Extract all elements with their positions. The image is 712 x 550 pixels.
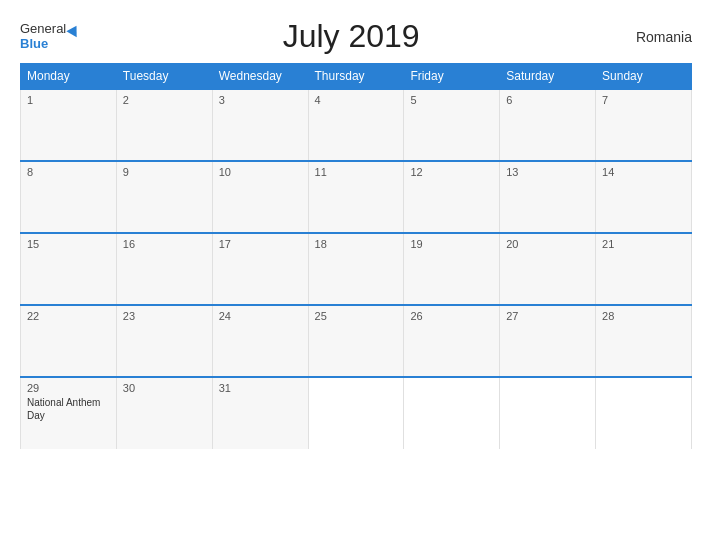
calendar-cell: 12 [404, 161, 500, 233]
calendar-cell: 10 [212, 161, 308, 233]
calendar-cell: 6 [500, 89, 596, 161]
calendar-cell: 7 [596, 89, 692, 161]
day-number: 27 [506, 310, 589, 322]
calendar-week-row: 15161718192021 [21, 233, 692, 305]
logo-triangle-icon [67, 22, 82, 37]
calendar-page: General Blue July 2019 Romania Monday Tu… [0, 0, 712, 550]
calendar-cell: 26 [404, 305, 500, 377]
day-number: 17 [219, 238, 302, 250]
calendar-week-row: 22232425262728 [21, 305, 692, 377]
header-friday: Friday [404, 64, 500, 90]
day-number: 1 [27, 94, 110, 106]
day-number: 29 [27, 382, 110, 394]
calendar-cell [596, 377, 692, 449]
day-number: 5 [410, 94, 493, 106]
calendar-cell: 18 [308, 233, 404, 305]
day-number: 15 [27, 238, 110, 250]
day-number: 23 [123, 310, 206, 322]
day-number: 16 [123, 238, 206, 250]
day-number: 10 [219, 166, 302, 178]
day-number: 6 [506, 94, 589, 106]
day-number: 22 [27, 310, 110, 322]
calendar-cell [500, 377, 596, 449]
header-tuesday: Tuesday [116, 64, 212, 90]
calendar-cell: 2 [116, 89, 212, 161]
calendar-cell: 3 [212, 89, 308, 161]
calendar-cell: 11 [308, 161, 404, 233]
day-number: 12 [410, 166, 493, 178]
day-number: 9 [123, 166, 206, 178]
header-monday: Monday [21, 64, 117, 90]
calendar-cell: 27 [500, 305, 596, 377]
calendar-cell: 5 [404, 89, 500, 161]
calendar-week-row: 1234567 [21, 89, 692, 161]
calendar-cell: 24 [212, 305, 308, 377]
calendar-cell: 22 [21, 305, 117, 377]
day-number: 28 [602, 310, 685, 322]
calendar-cell: 31 [212, 377, 308, 449]
header-wednesday: Wednesday [212, 64, 308, 90]
calendar-cell: 25 [308, 305, 404, 377]
calendar-cell: 28 [596, 305, 692, 377]
calendar-week-row: 29National Anthem Day3031 [21, 377, 692, 449]
logo-general-text: General [20, 22, 80, 36]
header-thursday: Thursday [308, 64, 404, 90]
header-sunday: Sunday [596, 64, 692, 90]
day-number: 8 [27, 166, 110, 178]
calendar-header: General Blue July 2019 Romania [20, 18, 692, 55]
calendar-cell [404, 377, 500, 449]
day-number: 4 [315, 94, 398, 106]
day-number: 24 [219, 310, 302, 322]
calendar-cell: 23 [116, 305, 212, 377]
calendar-cell: 17 [212, 233, 308, 305]
day-number: 7 [602, 94, 685, 106]
day-number: 31 [219, 382, 302, 394]
calendar-cell: 14 [596, 161, 692, 233]
day-number: 18 [315, 238, 398, 250]
calendar-title: July 2019 [283, 18, 420, 55]
calendar-table: Monday Tuesday Wednesday Thursday Friday… [20, 63, 692, 449]
event-label: National Anthem Day [27, 396, 110, 422]
calendar-cell: 13 [500, 161, 596, 233]
calendar-cell: 15 [21, 233, 117, 305]
calendar-cell: 16 [116, 233, 212, 305]
day-number: 11 [315, 166, 398, 178]
day-number: 30 [123, 382, 206, 394]
calendar-cell: 9 [116, 161, 212, 233]
header-saturday: Saturday [500, 64, 596, 90]
day-number: 19 [410, 238, 493, 250]
calendar-cell: 20 [500, 233, 596, 305]
day-number: 21 [602, 238, 685, 250]
country-label: Romania [622, 29, 692, 45]
day-number: 26 [410, 310, 493, 322]
day-number: 14 [602, 166, 685, 178]
day-number: 2 [123, 94, 206, 106]
calendar-cell: 8 [21, 161, 117, 233]
day-number: 20 [506, 238, 589, 250]
logo-blue-text: Blue [20, 37, 80, 51]
calendar-cell: 30 [116, 377, 212, 449]
calendar-cell: 1 [21, 89, 117, 161]
calendar-cell: 21 [596, 233, 692, 305]
calendar-cell: 29National Anthem Day [21, 377, 117, 449]
calendar-cell: 4 [308, 89, 404, 161]
calendar-cell: 19 [404, 233, 500, 305]
day-number: 25 [315, 310, 398, 322]
weekday-header-row: Monday Tuesday Wednesday Thursday Friday… [21, 64, 692, 90]
logo: General Blue [20, 22, 80, 51]
day-number: 13 [506, 166, 589, 178]
calendar-cell [308, 377, 404, 449]
calendar-week-row: 891011121314 [21, 161, 692, 233]
day-number: 3 [219, 94, 302, 106]
